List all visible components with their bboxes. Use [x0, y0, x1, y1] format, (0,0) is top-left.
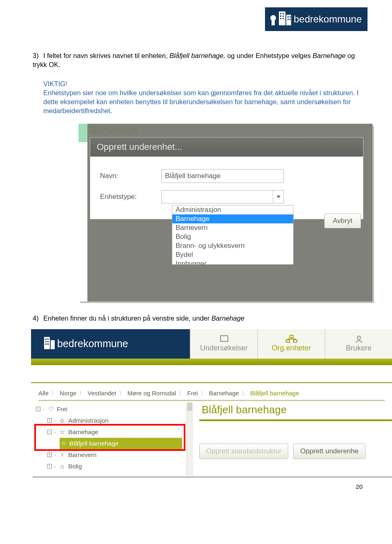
document-icon — [218, 335, 230, 343]
divider — [31, 382, 392, 383]
svg-rect-15 — [44, 337, 50, 349]
navn-label: Navn: — [100, 172, 161, 180]
svg-rect-13 — [290, 19, 291, 20]
svg-rect-4 — [280, 13, 281, 14]
brand-text: bedrekommune — [294, 13, 362, 25]
detail-title: Blåfjell barnehage — [199, 402, 392, 421]
svg-rect-18 — [47, 339, 49, 340]
houses-icon — [34, 334, 55, 353]
svg-rect-12 — [287, 19, 289, 20]
option-bydel[interactable]: Bydel — [172, 250, 293, 259]
svg-rect-20 — [47, 341, 49, 342]
type-label: Enhetstype: — [100, 193, 161, 201]
tree-item-barnehage[interactable]: −· ☆ Barnehage — [47, 426, 182, 438]
tab-users[interactable]: Brukere — [325, 329, 392, 359]
type-dropdown[interactable]: Administrasjon Barnehage Barnevern Bolig… — [172, 205, 294, 265]
svg-rect-0 — [279, 11, 285, 25]
svg-rect-6 — [280, 16, 281, 17]
svg-rect-25 — [286, 340, 290, 342]
tree-item-admin[interactable]: +· ☺ Administrasjon — [47, 415, 182, 426]
crumb[interactable]: Vestlandet — [88, 390, 116, 397]
navn-input[interactable]: Blåfjell barnehage — [161, 169, 284, 183]
scrollbar-thumb[interactable] — [187, 403, 192, 411]
house-icon: ⌂ — [58, 463, 66, 470]
tree-item-selected[interactable]: ☆ Blåfjell barnehage — [60, 438, 182, 449]
tab-org[interactable]: Org.enheter — [257, 329, 325, 359]
tree-item-barnevern[interactable]: +· ♀ Barnevern — [47, 449, 182, 461]
detail-panel: Blåfjell barnehage — [199, 402, 392, 421]
tab-surveys[interactable]: Undersøkelser — [190, 329, 257, 359]
svg-rect-23 — [220, 336, 228, 341]
create-sub-button[interactable]: Opprett underenhe — [293, 444, 365, 459]
crumb[interactable]: Norge — [60, 390, 76, 397]
step-number: 4) — [33, 314, 43, 323]
chevron-down-icon[interactable] — [273, 191, 283, 203]
tree-item-bolig[interactable]: +· ⌂ Bolig — [47, 461, 182, 472]
people-icon: ♀ — [58, 451, 66, 458]
cancel-button[interactable]: Avbryt — [324, 214, 361, 228]
app-header: bedrekommune Undersøkelser Org.enheter — [31, 329, 392, 359]
dialog-title: Opprett underenhet... — [90, 138, 363, 157]
svg-rect-24 — [290, 335, 293, 338]
instruction-4: 4)Enheten finner du nå i strukturen på v… — [33, 314, 359, 323]
svg-rect-7 — [283, 16, 284, 17]
star-icon: ☆ — [58, 428, 66, 436]
svg-marker-14 — [276, 196, 281, 198]
create-standard-button[interactable]: Opprett standardstruktur — [199, 444, 288, 459]
houses-icon — [267, 10, 291, 29]
svg-rect-9 — [283, 18, 284, 19]
screenshot-create-dialog: Barnehage Opprett underenhet... Navn: Bl… — [78, 124, 372, 301]
crumb-current: Blåfjell barnehage — [250, 390, 299, 397]
svg-rect-16 — [51, 340, 55, 349]
crumb[interactable]: Barnehage — [209, 390, 239, 397]
collapse-icon[interactable]: − — [47, 430, 52, 434]
svg-rect-8 — [280, 18, 281, 19]
option-administrasjon[interactable]: Administrasjon — [172, 205, 293, 214]
main-tabs: Undersøkelser Org.enheter Brukere — [190, 329, 392, 359]
chevron-right-icon: 〉 — [79, 390, 85, 397]
brand-logo: bedrekommune — [265, 7, 368, 31]
chevron-right-icon: 〉 — [51, 390, 57, 397]
svg-rect-22 — [47, 343, 49, 345]
dialog-panel: Opprett underenhet... Navn: Blåfjell bar… — [90, 137, 363, 219]
org-icon — [285, 335, 298, 343]
svg-rect-26 — [294, 340, 297, 342]
scrollbar[interactable] — [186, 402, 193, 475]
star-icon: ☆ — [60, 440, 67, 447]
crumb[interactable]: Møre og Romsdal — [127, 390, 176, 397]
svg-rect-17 — [45, 339, 47, 340]
page-heading-behind: Barnehage — [90, 125, 138, 136]
chevron-right-icon: 〉 — [119, 390, 125, 397]
option-bolig[interactable]: Bolig — [172, 232, 293, 241]
svg-rect-21 — [45, 343, 47, 345]
accent-bar — [31, 359, 392, 365]
svg-rect-3 — [272, 20, 275, 25]
crumb[interactable]: Frei — [187, 390, 198, 397]
chevron-right-icon: 〉 — [241, 390, 247, 397]
crumb[interactable]: Alle — [38, 390, 49, 397]
page-number: 20 — [356, 483, 363, 490]
screenshot-edge — [78, 124, 87, 301]
type-select[interactable] — [161, 190, 284, 203]
option-brann[interactable]: Brann- og ulykkesvern — [172, 241, 293, 250]
brand-area: bedrekommune — [31, 329, 190, 359]
expand-icon[interactable]: + — [47, 464, 52, 468]
org-tree: − · ♡ Frei +· ☺ Administrasjon −· ☆ Barn… — [36, 404, 182, 472]
important-note: VIKTIG! Enhetstypen sier noe om hvilke u… — [43, 79, 359, 116]
svg-rect-10 — [287, 16, 289, 18]
option-innbygger[interactable]: Innbygger — [172, 259, 293, 264]
svg-rect-11 — [290, 16, 291, 18]
expand-icon[interactable]: + — [47, 418, 52, 423]
breadcrumb: Alle 〉 Norge 〉 Vestlandet 〉 Møre og Roms… — [38, 390, 385, 401]
option-barnevern[interactable]: Barnevern — [172, 223, 293, 232]
step-number: 3) — [33, 51, 43, 60]
expand-icon[interactable]: + — [47, 453, 52, 457]
tree-root[interactable]: − · ♡ Frei — [36, 404, 182, 415]
chevron-right-icon: 〉 — [200, 390, 207, 397]
shield-icon: ♡ — [47, 406, 54, 413]
person-icon: ☺ — [58, 417, 66, 424]
collapse-icon[interactable]: − — [36, 407, 40, 411]
svg-rect-19 — [45, 341, 47, 342]
instruction-3: 3)I feltet for navn skrives navnet til e… — [33, 51, 359, 69]
option-barnehage[interactable]: Barnehage — [172, 214, 293, 223]
